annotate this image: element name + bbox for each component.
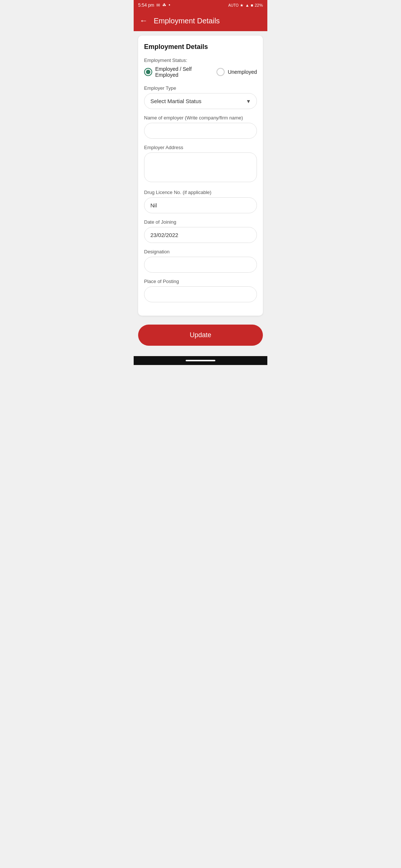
place-posting-label: Place of Posting: [144, 279, 257, 284]
place-posting-group: Place of Posting: [144, 279, 257, 302]
signal-icon: ■: [251, 3, 253, 7]
date-joining-label: Date of Joining: [144, 219, 257, 225]
status-bar: 5:54 pm ✉ ☘ • AUTO ★ ▲ ■ 22%: [134, 0, 267, 10]
employer-type-label: Employer Type: [144, 85, 257, 91]
designation-input[interactable]: [144, 257, 257, 273]
drug-licence-label: Drug Licence No. (if applicable): [144, 190, 257, 195]
radio-unemployed-circle: [216, 68, 225, 76]
dot-indicator: •: [169, 3, 170, 8]
card-title: Employment Details: [144, 43, 257, 51]
bottom-nav-indicator: [134, 356, 267, 365]
date-joining-group: Date of Joining: [144, 219, 257, 243]
battery-text: 22%: [255, 3, 263, 7]
employer-address-group: Employer Address: [144, 145, 257, 184]
message-icon: ✉: [156, 3, 160, 8]
drug-licence-group: Drug Licence No. (if applicable): [144, 190, 257, 213]
employment-status-group: Employment Status: Employed / Self Emplo…: [144, 57, 257, 78]
drug-licence-input[interactable]: [144, 197, 257, 213]
employer-name-group: Name of employer (Write company/firm nam…: [144, 115, 257, 139]
employer-name-input[interactable]: [144, 123, 257, 139]
bluetooth-icon: ★: [240, 3, 244, 8]
radio-employed-label: Employed / Self Employed: [155, 66, 208, 78]
employer-type-select-wrapper: Select Martial Status Government Private…: [144, 93, 257, 109]
place-posting-input[interactable]: [144, 286, 257, 302]
status-time: 5:54 pm: [138, 3, 154, 8]
employer-address-input[interactable]: [144, 152, 257, 182]
radio-unemployed[interactable]: Unemployed: [216, 68, 257, 76]
employment-radio-group: Employed / Self Employed Unemployed: [144, 66, 257, 78]
status-bar-left: 5:54 pm ✉ ☘ •: [138, 3, 170, 8]
employer-type-group: Employer Type Select Martial Status Gove…: [144, 85, 257, 109]
radio-employed[interactable]: Employed / Self Employed: [144, 66, 208, 78]
radio-employed-circle: [144, 68, 152, 76]
employer-type-select[interactable]: Select Martial Status Government Private…: [144, 93, 257, 109]
app-bar: ← Employment Details: [134, 10, 267, 31]
wifi-icon: ▲: [245, 3, 249, 7]
employment-status-label: Employment Status:: [144, 57, 257, 63]
bottom-home-bar: [186, 360, 215, 361]
back-button[interactable]: ←: [140, 16, 148, 26]
auto-hz-icon: AUTO: [228, 3, 239, 7]
date-joining-input[interactable]: [144, 227, 257, 243]
radio-unemployed-label: Unemployed: [228, 69, 257, 75]
status-bar-right: AUTO ★ ▲ ■ 22%: [228, 3, 263, 8]
facebook-icon: ☘: [162, 3, 166, 8]
update-button[interactable]: Update: [138, 325, 263, 346]
content-area: Employment Details Employment Status: Em…: [134, 31, 267, 356]
employer-name-label: Name of employer (Write company/firm nam…: [144, 115, 257, 121]
employment-details-card: Employment Details Employment Status: Em…: [138, 36, 263, 316]
designation-group: Designation: [144, 249, 257, 273]
designation-label: Designation: [144, 249, 257, 254]
employer-address-label: Employer Address: [144, 145, 257, 150]
app-bar-title: Employment Details: [154, 17, 220, 25]
